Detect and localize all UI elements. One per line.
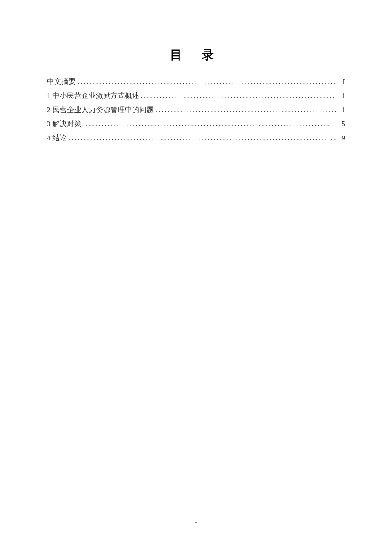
- toc-entry: 1 中小民营企业激励方式概述 1: [47, 90, 345, 102]
- toc-entry-label: 3 解决对策: [47, 118, 81, 130]
- toc-entry-label: 4 结论: [47, 132, 67, 145]
- toc-entry-page: 5: [337, 118, 345, 130]
- toc-entry-page: 1: [337, 104, 345, 116]
- toc-entry: 3 解决对策 5: [47, 118, 345, 130]
- toc-entry: 4 结论 9: [47, 132, 345, 145]
- toc-entry-label: 中文摘要: [47, 76, 76, 88]
- toc-entry-label: 2 民营企业人力资源管理中的问题: [47, 104, 154, 116]
- toc-leader-dots: [141, 90, 336, 102]
- toc-leader-dots: [78, 76, 336, 88]
- table-of-contents: 中文摘要 I 1 中小民营企业激励方式概述 1 2 民营企业人力资源管理中的问题…: [47, 76, 345, 144]
- toc-leader-dots: [69, 132, 336, 145]
- toc-entry: 2 民营企业人力资源管理中的问题 1: [47, 104, 345, 116]
- toc-leader-dots: [83, 118, 336, 130]
- toc-entry-page: 9: [337, 132, 345, 145]
- page-number: 1: [0, 517, 392, 524]
- toc-leader-dots: [156, 104, 336, 116]
- toc-entry: 中文摘要 I: [47, 76, 345, 88]
- toc-entry-label: 1 中小民营企业激励方式概述: [47, 90, 139, 102]
- toc-entry-page: 1: [337, 90, 345, 102]
- document-page: 目 录 中文摘要 I 1 中小民营企业激励方式概述 1 2 民营企业人力资源管理…: [0, 0, 392, 144]
- toc-title: 目 录: [47, 47, 345, 63]
- toc-entry-page: I: [337, 76, 345, 88]
